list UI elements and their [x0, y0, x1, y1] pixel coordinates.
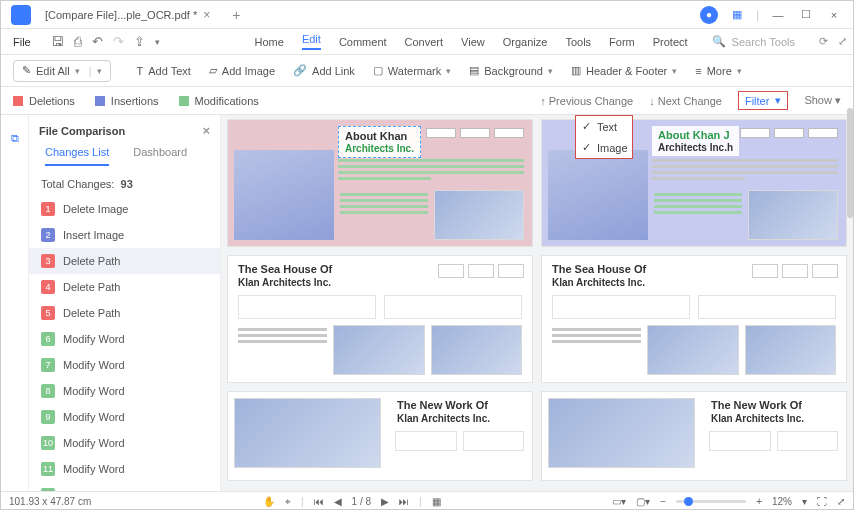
change-item[interactable]: 6Modify Word	[29, 326, 220, 352]
redo-icon[interactable]: ↷	[113, 34, 124, 49]
change-number-badge: 8	[41, 384, 55, 398]
select-tool-icon[interactable]: ⌖	[285, 496, 291, 508]
total-changes: Total Changes: 93	[29, 166, 220, 196]
tab-edit[interactable]: Edit	[302, 33, 321, 50]
maximize-button[interactable]: ☐	[797, 6, 815, 24]
change-number-badge: 9	[41, 410, 55, 424]
filter-option-text[interactable]: ✓Text	[576, 116, 632, 137]
cursor-coords: 101.93 x 47.87 cm	[9, 496, 91, 507]
add-image-button[interactable]: ▱ Add Image	[209, 64, 275, 77]
filter-dropdown[interactable]: Filter▾	[738, 91, 788, 110]
add-text-label: Add Text	[148, 65, 191, 77]
change-item[interactable]: 1Delete Image	[29, 196, 220, 222]
total-changes-value: 93	[121, 178, 133, 190]
reading-mode-icon[interactable]: ⛶	[817, 496, 827, 507]
print-icon[interactable]: ⎙	[74, 34, 82, 49]
close-tab-icon[interactable]: ×	[203, 8, 210, 22]
gift-icon[interactable]: ▦	[728, 6, 746, 24]
expand-icon[interactable]: ⤢	[838, 35, 847, 48]
changes-list[interactable]: 1Delete Image2Insert Image3Delete Path4D…	[29, 196, 220, 491]
change-item[interactable]: 4Delete Path	[29, 274, 220, 300]
tab-form[interactable]: Form	[609, 36, 635, 48]
filter-option-image[interactable]: ✓Image	[576, 137, 632, 158]
undo-icon[interactable]: ↶	[92, 34, 103, 49]
menu-tabs: Home Edit Comment Convert View Organize …	[255, 33, 688, 50]
tab-dashboard[interactable]: Dashboard	[133, 146, 187, 166]
chevron-down-icon: ▾	[446, 66, 451, 76]
change-number-badge: 3	[41, 254, 55, 268]
header-footer-button[interactable]: ▥ Header & Footer ▾	[571, 64, 677, 77]
compare-panel-icon[interactable]: ⧉	[6, 129, 24, 147]
change-item[interactable]: 3Delete Path	[29, 248, 220, 274]
last-page-icon[interactable]: ⏭	[399, 496, 409, 507]
change-item[interactable]: 12Modify Word	[29, 482, 220, 491]
more-button[interactable]: ≡ More ▾	[695, 65, 741, 77]
new-tab-button[interactable]: +	[226, 7, 246, 23]
page-thumbnail[interactable]: The New Work OfKlan Architects Inc.	[541, 391, 847, 481]
user-avatar[interactable]: ●	[700, 6, 718, 24]
page-title: The Sea House Of	[552, 263, 646, 275]
close-window-button[interactable]: ×	[825, 6, 843, 24]
background-button[interactable]: ▤ Background ▾	[469, 64, 553, 77]
change-number-badge: 4	[41, 280, 55, 294]
zoom-in-icon[interactable]: +	[756, 496, 762, 507]
prev-page-icon[interactable]: ◀	[334, 496, 342, 507]
tab-convert[interactable]: Convert	[405, 36, 444, 48]
tab-organize[interactable]: Organize	[503, 36, 548, 48]
tab-view[interactable]: View	[461, 36, 485, 48]
share-icon[interactable]: ⇪	[134, 34, 145, 49]
change-item[interactable]: 2Insert Image	[29, 222, 220, 248]
tab-comment[interactable]: Comment	[339, 36, 387, 48]
background-label: Background	[484, 65, 543, 77]
change-item[interactable]: 5Delete Path	[29, 300, 220, 326]
fullscreen-icon[interactable]: ⤢	[837, 496, 845, 507]
previous-change-button[interactable]: ↑ Previous Change	[540, 95, 633, 107]
page-thumbnail[interactable]: The Sea House OfKlan Architects Inc.	[227, 255, 533, 383]
page-indicator[interactable]: 1 / 8	[352, 496, 371, 507]
zoom-out-icon[interactable]: −	[660, 496, 666, 507]
page-thumbnail[interactable]: The New Work OfKlan Architects Inc.	[227, 391, 533, 481]
qat-caret-icon[interactable]: ▾	[155, 37, 160, 47]
page-title: About Khan J	[658, 129, 730, 141]
first-page-icon[interactable]: ⏮	[314, 496, 324, 507]
tab-changes-list[interactable]: Changes List	[45, 146, 109, 166]
change-item[interactable]: 11Modify Word	[29, 456, 220, 482]
edit-all-button[interactable]: ✎ Edit All ▾ | ▾	[13, 60, 111, 82]
change-item[interactable]: 10Modify Word	[29, 430, 220, 456]
more-label: More	[707, 65, 732, 77]
add-text-button[interactable]: T Add Text	[137, 65, 191, 77]
chevron-down-icon[interactable]: ▾	[97, 66, 102, 76]
next-page-icon[interactable]: ▶	[381, 496, 389, 507]
watermark-button[interactable]: ▢ Watermark ▾	[373, 64, 451, 77]
change-item-label: Modify Word	[63, 411, 125, 423]
file-menu[interactable]: File	[7, 36, 37, 48]
cloud-icon[interactable]: ⟳	[819, 35, 828, 48]
page-thumbnail[interactable]: The Sea House OfKlan Architects Inc.	[541, 255, 847, 383]
change-item[interactable]: 9Modify Word	[29, 404, 220, 430]
view-mode-icon[interactable]: ▦	[432, 496, 441, 507]
show-dropdown[interactable]: Show ▾	[804, 94, 841, 107]
fit-page-icon[interactable]: ▢▾	[636, 496, 650, 507]
save-icon[interactable]: 🖫	[51, 34, 64, 49]
preview-pane[interactable]: ✓Text ✓Image About Khan Architects Inc.	[221, 115, 853, 491]
chevron-down-icon[interactable]: ▾	[802, 496, 807, 507]
change-item[interactable]: 8Modify Word	[29, 378, 220, 404]
fit-width-icon[interactable]: ▭▾	[612, 496, 626, 507]
minimize-button[interactable]: —	[769, 6, 787, 24]
search-tools[interactable]: 🔍 Search Tools	[712, 35, 795, 48]
next-change-button[interactable]: ↓ Next Change	[649, 95, 722, 107]
change-item[interactable]: 7Modify Word	[29, 352, 220, 378]
add-link-button[interactable]: 🔗 Add Link	[293, 64, 355, 77]
watermark-label: Watermark	[388, 65, 441, 77]
document-tab[interactable]: [Compare File]...ple_OCR.pdf * ×	[37, 4, 218, 26]
change-number-badge: 1	[41, 202, 55, 216]
close-panel-icon[interactable]: ×	[202, 123, 210, 138]
hand-tool-icon[interactable]: ✋	[263, 496, 275, 507]
tab-tools[interactable]: Tools	[565, 36, 591, 48]
zoom-slider[interactable]	[676, 500, 746, 503]
zoom-value[interactable]: 12%	[772, 496, 792, 507]
page-thumbnail[interactable]: About Khan Architects Inc.	[227, 119, 533, 247]
sidebar-scrollbar[interactable]	[847, 90, 853, 490]
tab-protect[interactable]: Protect	[653, 36, 688, 48]
tab-home[interactable]: Home	[255, 36, 284, 48]
